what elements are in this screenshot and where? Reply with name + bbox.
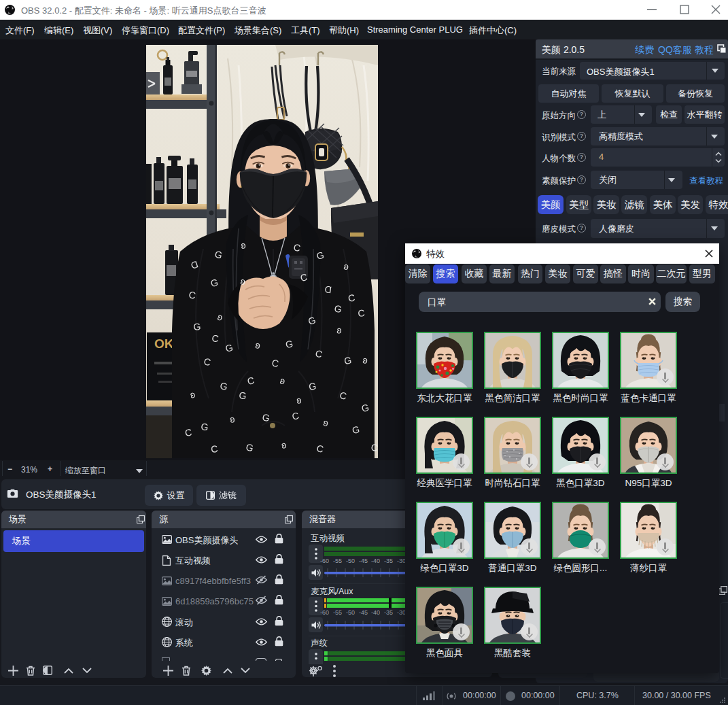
svg-text:G: G — [201, 421, 209, 432]
svg-text:OK: OK — [154, 337, 174, 351]
svg-text:G: G — [193, 321, 202, 332]
svg-text:G: G — [308, 381, 317, 392]
svg-text:G: G — [239, 390, 247, 401]
svg-text:C: C — [358, 307, 366, 319]
svg-text:G: G — [343, 355, 352, 366]
